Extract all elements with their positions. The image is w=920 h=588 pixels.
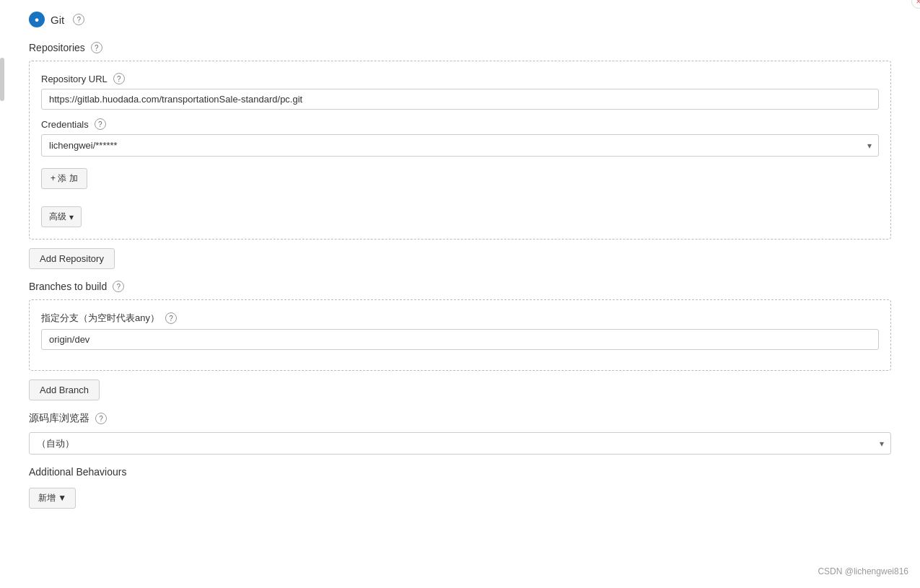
credentials-help-icon[interactable]: ? bbox=[95, 118, 106, 130]
advanced-chevron-icon: ▾ bbox=[69, 212, 74, 222]
repository-url-field: Repository URL ? bbox=[41, 73, 879, 110]
scrollbar[interactable] bbox=[0, 58, 4, 101]
source-browser-select-wrapper: （自动） ▾ bbox=[29, 432, 891, 455]
git-help-icon[interactable]: ? bbox=[73, 14, 84, 25]
repository-box: × Repository URL ? Credentials ? licheng… bbox=[29, 61, 891, 240]
repo-url-help-icon[interactable]: ? bbox=[113, 73, 125, 84]
branch-specifier-field: 指定分支（为空时代表any） ? bbox=[41, 312, 879, 350]
credentials-select[interactable]: lichengwei/****** bbox=[41, 134, 879, 157]
repository-url-input[interactable] bbox=[41, 89, 879, 110]
branch-specifier-help-icon[interactable]: ? bbox=[165, 312, 177, 324]
credentials-field: Credentials ? lichengwei/****** ▾ bbox=[41, 118, 879, 157]
new-behaviour-button[interactable]: 新增 ▼ bbox=[29, 488, 76, 509]
advanced-button[interactable]: 高级 ▾ bbox=[41, 206, 82, 227]
branch-specifier-input[interactable] bbox=[41, 329, 879, 350]
source-browser-section-label: 源码库浏览器 ? bbox=[29, 412, 891, 425]
branch-box: × 指定分支（为空时代表any） ? bbox=[29, 299, 891, 371]
repositories-help-icon[interactable]: ? bbox=[91, 42, 102, 53]
source-browser-help-icon[interactable]: ? bbox=[95, 413, 107, 424]
repositories-section-label: Repositories ? bbox=[29, 42, 891, 53]
source-browser-select[interactable]: （自动） bbox=[29, 432, 891, 455]
branches-section-label: Branches to build ? bbox=[29, 281, 891, 292]
watermark: CSDN @lichengwei816 bbox=[818, 566, 908, 576]
additional-behaviours-label: Additional Behaviours bbox=[29, 466, 891, 478]
add-credentials-button[interactable]: + 添 加 bbox=[41, 168, 87, 189]
git-section-header: ● Git ? bbox=[29, 12, 891, 27]
branch-close-button[interactable]: × bbox=[911, 0, 920, 9]
git-label: Git bbox=[51, 14, 64, 26]
git-icon: ● bbox=[29, 12, 45, 27]
branches-help-icon[interactable]: ? bbox=[113, 281, 124, 292]
credentials-label: Credentials ? bbox=[41, 118, 879, 130]
add-repository-button[interactable]: Add Repository bbox=[29, 248, 115, 269]
add-branch-button[interactable]: Add Branch bbox=[29, 379, 100, 400]
branch-specifier-label: 指定分支（为空时代表any） ? bbox=[41, 312, 879, 325]
repository-url-label: Repository URL ? bbox=[41, 73, 879, 84]
credentials-select-wrapper: lichengwei/****** ▾ bbox=[41, 134, 879, 157]
